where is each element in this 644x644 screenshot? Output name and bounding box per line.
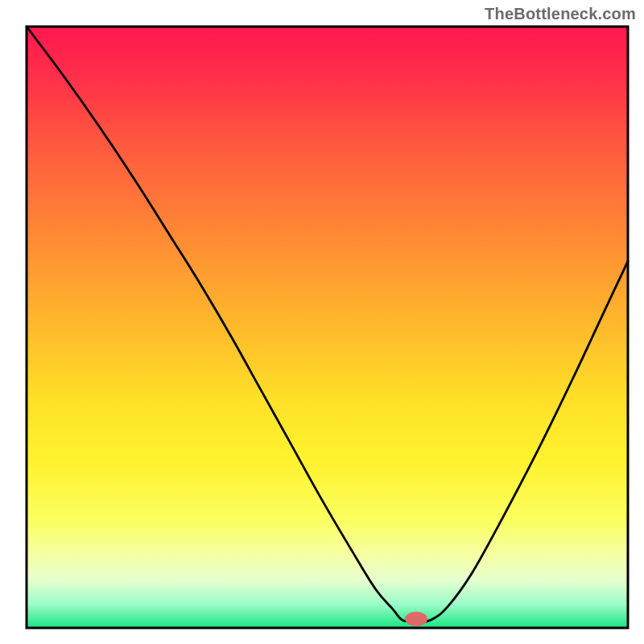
gradient-background	[27, 27, 628, 628]
bottleneck-chart-svg	[0, 0, 644, 644]
watermark-text: TheBottleneck.com	[485, 5, 636, 23]
optimal-marker	[405, 612, 427, 626]
chart-stage: TheBottleneck.com	[0, 0, 644, 644]
